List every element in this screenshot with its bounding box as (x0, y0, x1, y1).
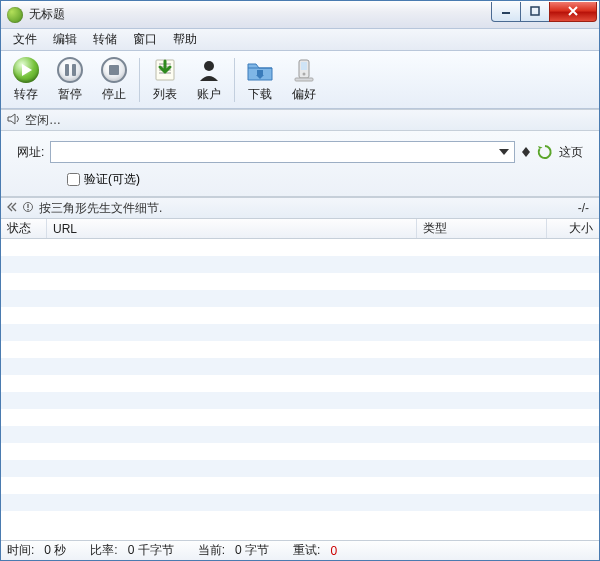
table-row (1, 307, 599, 324)
svg-rect-3 (257, 70, 263, 75)
pause-label: 暂停 (58, 86, 82, 103)
expand-icon[interactable] (7, 201, 17, 215)
table-body[interactable] (1, 239, 599, 540)
stop-icon (101, 57, 127, 83)
menu-edit[interactable]: 编辑 (45, 29, 85, 50)
idle-label: 空闲… (25, 112, 61, 129)
table-row (1, 290, 599, 307)
window-title: 无标题 (29, 6, 492, 23)
download-button[interactable]: 下载 (239, 54, 281, 106)
table-row (1, 341, 599, 358)
svg-rect-9 (27, 204, 28, 208)
url-combo[interactable] (50, 141, 515, 163)
table-row (1, 324, 599, 341)
list-label: 列表 (153, 86, 177, 103)
titlebar: 无标题 (1, 1, 599, 29)
toolbar-sep2 (234, 58, 235, 102)
stop-label: 停止 (102, 86, 126, 103)
menu-help[interactable]: 帮助 (165, 29, 205, 50)
toolbar: 转存 暂停 停止 列表 账户 下载 (1, 51, 599, 109)
play-icon (13, 57, 39, 83)
close-button[interactable] (549, 2, 597, 22)
table-row (1, 256, 599, 273)
current-value: 0 字节 (235, 542, 269, 559)
col-type[interactable]: 类型 (417, 219, 547, 238)
app-window: 无标题 文件 编辑 转储 窗口 帮助 转存 暂停 (0, 0, 600, 561)
table-row (1, 375, 599, 392)
menu-transfer[interactable]: 转储 (85, 29, 125, 50)
toolbar-sep (139, 58, 140, 102)
sound-icon (7, 113, 21, 128)
retry-value: 0 (330, 544, 337, 558)
run-button[interactable]: 转存 (5, 54, 47, 106)
download-icon (246, 56, 274, 84)
status-rate: 比率: 0 千字节 (90, 542, 173, 559)
app-icon (7, 7, 23, 23)
table-row (1, 409, 599, 426)
svg-point-6 (303, 73, 306, 76)
table-row (1, 358, 599, 375)
pause-button[interactable]: 暂停 (49, 54, 91, 106)
address-panel: 网址: 这页 验证(可选) (1, 131, 599, 197)
time-label: 时间: (7, 542, 34, 559)
menubar: 文件 编辑 转储 窗口 帮助 (1, 29, 599, 51)
rate-label: 比率: (90, 542, 117, 559)
table-row (1, 477, 599, 494)
svg-rect-7 (295, 78, 313, 81)
svg-rect-5 (301, 62, 307, 70)
current-label: 当前: (198, 542, 225, 559)
retry-label: 重试: (293, 542, 320, 559)
verify-checkbox[interactable] (67, 173, 80, 186)
hint-bar: 按三角形先生文件细节. -/- (1, 197, 599, 219)
col-status[interactable]: 状态 (1, 219, 47, 238)
table-row (1, 460, 599, 477)
list-button[interactable]: 列表 (144, 54, 186, 106)
alert-icon (23, 201, 33, 215)
run-label: 转存 (14, 86, 38, 103)
menu-window[interactable]: 窗口 (125, 29, 165, 50)
stop-button[interactable]: 停止 (93, 54, 135, 106)
svg-rect-0 (531, 7, 539, 15)
minimize-button[interactable] (491, 2, 521, 22)
table-row (1, 239, 599, 256)
table-row (1, 426, 599, 443)
table-row (1, 392, 599, 409)
menu-file[interactable]: 文件 (5, 29, 45, 50)
prefs-icon (290, 56, 318, 84)
table-header: 状态 URL 类型 大小 (1, 219, 599, 239)
status-current: 当前: 0 字节 (198, 542, 269, 559)
idle-bar: 空闲… (1, 109, 599, 131)
prefs-label: 偏好 (292, 86, 316, 103)
svg-rect-10 (27, 209, 28, 210)
table-row (1, 273, 599, 290)
time-value: 0 秒 (44, 542, 66, 559)
history-stepper[interactable] (521, 147, 531, 157)
refresh-icon[interactable] (537, 144, 553, 160)
col-size[interactable]: 大小 (547, 219, 599, 238)
statusbar: 时间: 0 秒 比率: 0 千字节 当前: 0 字节 重试: 0 (1, 540, 599, 560)
hint-text: 按三角形先生文件细节. (39, 200, 162, 217)
hint-counter: -/- (578, 201, 593, 215)
verify-label: 验证(可选) (84, 171, 140, 188)
download-label: 下载 (248, 86, 272, 103)
col-url[interactable]: URL (47, 219, 417, 238)
table-row (1, 443, 599, 460)
url-label: 网址: (17, 144, 44, 161)
svg-point-2 (204, 61, 214, 71)
list-icon (151, 56, 179, 84)
table-row (1, 494, 599, 511)
account-label: 账户 (197, 86, 221, 103)
status-retry: 重试: 0 (293, 542, 337, 559)
page-label: 这页 (559, 144, 583, 161)
prefs-button[interactable]: 偏好 (283, 54, 325, 106)
rate-value: 0 千字节 (128, 542, 174, 559)
maximize-button[interactable] (520, 2, 550, 22)
status-time: 时间: 0 秒 (7, 542, 66, 559)
account-button[interactable]: 账户 (188, 54, 230, 106)
url-input[interactable] (50, 141, 515, 163)
account-icon (195, 56, 223, 84)
window-controls (492, 2, 597, 22)
pause-icon (57, 57, 83, 83)
